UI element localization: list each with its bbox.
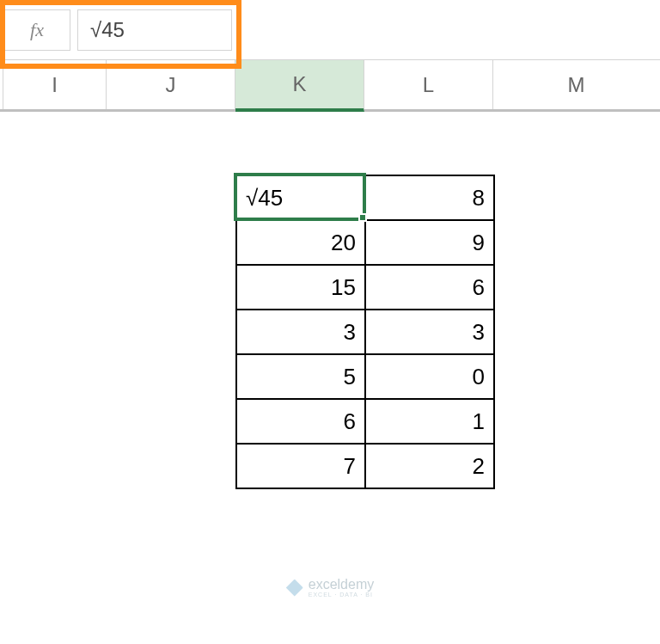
- formula-input[interactable]: √45: [77, 9, 232, 51]
- column-header-K[interactable]: K: [235, 60, 364, 112]
- data-table: √45 8 20 9 15 6 3 3 5 0 6 1 7 2: [235, 175, 495, 489]
- cell-L7[interactable]: 2: [365, 444, 494, 488]
- fx-label: fx: [30, 19, 44, 41]
- cell-K7[interactable]: 7: [236, 444, 365, 488]
- table-row: 20 9: [236, 220, 494, 265]
- cell-K4[interactable]: 3: [236, 310, 365, 354]
- cell-L2[interactable]: 9: [365, 220, 494, 265]
- column-header-M[interactable]: M: [493, 60, 659, 109]
- table-row: √45 8: [236, 175, 494, 220]
- cell-K5[interactable]: 5: [236, 354, 365, 399]
- formula-value: √45: [90, 18, 125, 42]
- column-headers-row: I J K L M: [0, 60, 660, 112]
- watermark-icon: [286, 580, 303, 597]
- watermark-sub: EXCEL · DATA · BI: [309, 592, 374, 598]
- cell-K3[interactable]: 15: [236, 265, 365, 310]
- cell-K1[interactable]: √45: [236, 175, 365, 220]
- spreadsheet-grid[interactable]: √45 8 20 9 15 6 3 3 5 0 6 1 7 2 ex: [0, 112, 660, 641]
- cell-L1[interactable]: 8: [365, 175, 494, 220]
- table-row: 6 1: [236, 399, 494, 444]
- watermark-main: exceldemy: [309, 578, 374, 592]
- cell-K6[interactable]: 6: [236, 399, 365, 444]
- cell-L6[interactable]: 1: [365, 399, 494, 444]
- formula-bar: fx √45: [0, 0, 660, 60]
- column-header-L[interactable]: L: [364, 60, 493, 109]
- cell-L4[interactable]: 3: [365, 310, 494, 354]
- cell-K2[interactable]: 20: [236, 220, 365, 265]
- table-row: 5 0: [236, 354, 494, 399]
- table-row: 7 2: [236, 444, 494, 488]
- insert-function-button[interactable]: fx: [3, 9, 70, 51]
- table-row: 3 3: [236, 310, 494, 354]
- column-header-I[interactable]: I: [3, 60, 107, 109]
- cell-L3[interactable]: 6: [365, 265, 494, 310]
- column-header-J[interactable]: J: [107, 60, 235, 109]
- watermark: exceldemy EXCEL · DATA · BI: [286, 578, 374, 598]
- table-row: 15 6: [236, 265, 494, 310]
- watermark-text: exceldemy EXCEL · DATA · BI: [309, 578, 374, 598]
- cell-L5[interactable]: 0: [365, 354, 494, 399]
